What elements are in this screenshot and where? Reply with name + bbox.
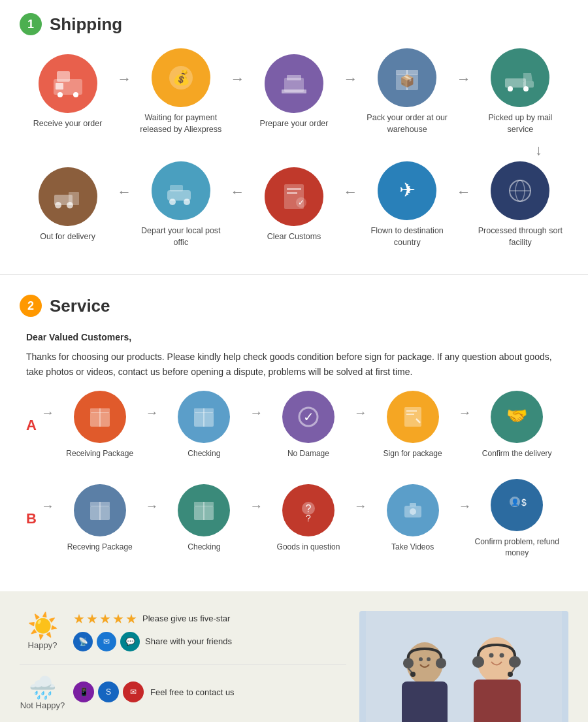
flow-icon-3 bbox=[265, 54, 323, 113]
arrow-left-3: ← bbox=[344, 184, 358, 201]
flow-icon-2: 💰 bbox=[152, 48, 210, 107]
skype-icon: S bbox=[98, 681, 119, 702]
svg-point-20 bbox=[55, 202, 61, 208]
svg-rect-4 bbox=[56, 83, 63, 90]
flow-icon-7 bbox=[152, 161, 210, 220]
five-star-text: Please give us five-star bbox=[142, 614, 230, 623]
svg-rect-69 bbox=[474, 680, 521, 722]
svg-rect-45 bbox=[406, 410, 417, 412]
b-icon-5: 👤$ bbox=[491, 479, 543, 531]
svg-rect-28 bbox=[287, 188, 301, 190]
flow-item-6: Out for delivery bbox=[20, 167, 116, 243]
svg-point-75 bbox=[500, 653, 504, 657]
svg-rect-44 bbox=[404, 407, 421, 427]
svg-text:?: ? bbox=[306, 513, 311, 523]
customer-service-image bbox=[359, 611, 568, 722]
arrow-left-4: ← bbox=[457, 184, 471, 201]
a-step-5: 🤝 Confirm the delivery bbox=[472, 391, 562, 459]
shipping-section: 1 Shipping Receive your order → 💰 Waitin… bbox=[0, 0, 588, 268]
a-icon-1 bbox=[74, 391, 126, 443]
service-photo bbox=[359, 611, 568, 722]
service-section: 2 Service Dear Valued Customers, Thanks … bbox=[0, 282, 588, 591]
viber-icon: 📱 bbox=[73, 681, 94, 702]
arrow-b0: → bbox=[41, 499, 54, 514]
a-step-2: Checking bbox=[159, 391, 250, 459]
svg-point-24 bbox=[169, 199, 176, 205]
share-text: Share with your friends bbox=[145, 636, 232, 646]
b-label-3: Goods in question bbox=[277, 542, 340, 553]
flow-item-10: Processed through sort facility bbox=[472, 161, 568, 248]
signal-icon: 📡 bbox=[73, 632, 93, 651]
flow-label-4: Pack your order at our warehouse bbox=[361, 112, 453, 135]
flow-icon-5 bbox=[491, 48, 549, 107]
shipping-num: 1 bbox=[20, 13, 42, 35]
arrow-1: → bbox=[117, 71, 131, 88]
service-greeting: Dear Valued Customers, bbox=[26, 330, 562, 344]
service-title: Service bbox=[50, 296, 110, 316]
arrow-b2: → bbox=[250, 499, 263, 514]
b-label-5: Confirm problem, refund money bbox=[472, 536, 562, 559]
mail-icon: ✉ bbox=[123, 681, 144, 702]
svg-rect-65 bbox=[402, 681, 448, 722]
happy-label: Happy? bbox=[28, 640, 57, 650]
a-icon-5: 🤝 bbox=[491, 391, 543, 443]
svg-text:✓: ✓ bbox=[302, 410, 314, 424]
flow-label-5: Picked up by mail service bbox=[474, 112, 566, 135]
svg-point-3 bbox=[73, 92, 78, 97]
not-happy-label: Not Happy? bbox=[20, 700, 65, 710]
a-step-1: Receiving Package bbox=[55, 391, 145, 459]
svg-text:🤝: 🤝 bbox=[506, 405, 528, 426]
feedback-left: ☀️ Happy? ★ ★ ★ ★ ★ Please give us five-… bbox=[20, 611, 346, 722]
flow-item-5: Picked up by mail service bbox=[472, 48, 568, 135]
email-icon: ✉ bbox=[97, 632, 116, 651]
svg-point-70 bbox=[472, 656, 484, 668]
a-label-3: No Damage bbox=[287, 448, 329, 459]
svg-point-67 bbox=[436, 658, 446, 668]
flow-item-8: ✓ Clear Customs bbox=[246, 167, 342, 243]
service-num: 2 bbox=[20, 295, 42, 317]
arrow-a2: → bbox=[250, 405, 263, 420]
feedback-section: ☀️ Happy? ★ ★ ★ ★ ★ Please give us five-… bbox=[0, 591, 588, 722]
svg-rect-26 bbox=[170, 185, 183, 191]
flow-icon-8: ✓ bbox=[265, 167, 323, 226]
contact-icons: 📱 S ✉ bbox=[73, 681, 144, 702]
social-icons: 📡 ✉ 💬 bbox=[73, 632, 140, 651]
a-label-2: Checking bbox=[188, 448, 220, 459]
flow-item-9: ✈ Flown to destination country bbox=[359, 161, 455, 248]
svg-rect-22 bbox=[69, 192, 79, 205]
shipping-row1: Receive your order → 💰 Waiting for payme… bbox=[20, 48, 568, 135]
b-step-2: Checking bbox=[159, 484, 250, 553]
a-icon-2 bbox=[178, 391, 230, 443]
svg-point-73 bbox=[427, 657, 431, 661]
flow-label-9: Flown to destination country bbox=[361, 225, 453, 248]
arrow-a4: → bbox=[458, 405, 471, 420]
flow-icon-6 bbox=[39, 167, 97, 226]
shipping-title: Shipping bbox=[50, 14, 122, 35]
flow-label-7: Depart your local post offic bbox=[135, 225, 227, 248]
flow-item-1: Receive your order bbox=[20, 54, 116, 130]
a-icon-4 bbox=[387, 391, 439, 443]
flow-label-8: Clear Customs bbox=[267, 231, 321, 243]
arrow-b3: → bbox=[354, 499, 367, 514]
svg-point-74 bbox=[489, 653, 494, 657]
label-a: A bbox=[26, 417, 37, 434]
b-icon-2 bbox=[178, 484, 230, 536]
star-5: ★ bbox=[125, 611, 137, 627]
flow-item-2: 💰 Waiting for payment released by Aliexp… bbox=[133, 48, 229, 135]
svg-text:💰: 💰 bbox=[172, 69, 190, 86]
svg-text:$: $ bbox=[521, 497, 527, 508]
service-text-block: Dear Valued Customers, Thanks for choosi… bbox=[20, 330, 568, 379]
svg-rect-1 bbox=[57, 71, 70, 82]
a-label-5: Confirm the delivery bbox=[482, 448, 552, 459]
a-label-4: Sign for package bbox=[384, 448, 442, 459]
svg-point-66 bbox=[403, 658, 414, 668]
arrow-a1: → bbox=[146, 405, 159, 420]
flow-label-6: Out for delivery bbox=[40, 231, 95, 243]
arrow-4: → bbox=[457, 71, 471, 88]
arrow-3: → bbox=[344, 71, 358, 88]
arrow-left-2: ← bbox=[230, 184, 244, 201]
svg-text:✓: ✓ bbox=[298, 198, 304, 207]
row-a: A → Receiving Package → Checking → ✓ No … bbox=[20, 391, 568, 459]
a-icon-3: ✓ bbox=[282, 391, 335, 443]
flow-item-4: 📦 Pack your order at our warehouse bbox=[359, 48, 455, 135]
